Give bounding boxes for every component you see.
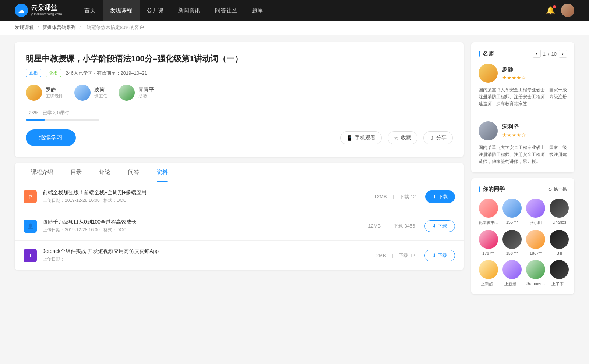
tab-materials[interactable]: 资料 [148,163,177,182]
course-card: 明星中教授课，小学阶段语法100分–强化级第1讲动词（一） 直播 录播 246人… [15,42,464,157]
tabs-card: 课程介绍 目录 评论 问答 资料 P 前端全栈加强版！前端全栈+全周期+多端应用… [15,163,464,270]
refresh-button[interactable]: ↻ 换一换 [548,186,567,192]
file-meta-2: 上传日期： [43,256,371,263]
classmates-card-header: 你的同学 ↻ 换一换 [479,186,567,193]
tab-reviews[interactable]: 评论 [91,163,119,182]
file-stats-0: 12MB | 下载 12 [372,193,418,200]
teachers-card-title: 名师 [479,50,494,57]
classmate-avatar-0 [479,199,498,218]
classmates-card: 你的同学 ↻ 换一换 化学教书... 1567** [471,178,574,294]
classmate-name-5: 1567** [506,251,518,256]
file-title-2: Jetpack全组件实战 开发短视频应用高仿皮皮虾App [43,248,371,255]
user-avatar[interactable] [561,4,574,17]
download-button-2[interactable]: ⬇ 下载 [424,250,455,261]
teacher-2: 青青平 助教 [119,85,154,101]
tabs-header: 课程介绍 目录 评论 问答 资料 [15,163,464,182]
teacher-avatar-2 [119,85,135,101]
progress-bar-fill [26,119,45,121]
page-total: 10 [551,51,557,57]
continue-button[interactable]: 继续学习 [26,129,76,146]
breadcrumb-link-discover[interactable]: 发现课程 [15,25,34,30]
download-button-1[interactable]: ⬇ 下载 [424,220,455,232]
file-info-1: 跟随千万级项目从0到100全过程高效成长 上传日期：2019-12-28 16:… [43,219,366,233]
logo[interactable]: ☁ 云朵课堂 yunduoketang.com [15,4,62,17]
main-container: 明星中教授课，小学阶段语法100分–强化级第1讲动词（一） 直播 录播 246人… [0,35,589,307]
classmate-9[interactable]: 上新超... [502,260,522,287]
breadcrumb-sep-2: / [79,25,82,30]
teacher-avatar-1 [74,85,91,101]
file-stats-2: 12MB | 下载 12 [371,252,417,259]
teacher-stars-0: ★★★★☆ [502,75,526,81]
breadcrumb-link-series[interactable]: 新媒体营销系列 [42,25,76,30]
left-panel: 明星中教授课，小学阶段语法100分–强化级第1讲动词（一） 直播 录播 246人… [15,42,464,300]
logo-icon: ☁ [15,4,28,17]
file-title-0: 前端全栈加强版！前端全栈+全周期+多端应用 [43,189,372,196]
nav-qa[interactable]: 问答社区 [208,0,244,21]
teacher-name-0: 罗静 [46,86,63,93]
teacher-name-2: 青青平 [138,86,154,93]
notification-bell[interactable]: 🔔 [546,6,555,15]
teacher-card-avatar-0 [479,64,498,83]
nav-items: 首页 发现课程 公开课 新闻资讯 问答社区 题库 ··· [77,0,546,21]
teacher-card-details-0: 罗静 ★★★★☆ [502,66,526,81]
teacher-avatar-0 [26,85,42,101]
notification-dot [553,5,556,8]
nav-right: 🔔 [546,4,574,17]
badge-live: 直播 [26,69,41,77]
classmate-7[interactable]: Bill [550,230,569,256]
share-icon: ⇧ [430,135,434,141]
classmate-name-10: Summer... [526,281,545,286]
classmate-5[interactable]: 1567** [502,230,522,256]
teachers-card: 名师 ‹ 1 / 10 › 罗静 ★★★★☆ [471,42,574,172]
course-actions: 继续学习 📱 手机观看 ☆ 收藏 ⇧ 分享 [26,129,453,146]
classmate-11[interactable]: 上了下... [550,260,569,287]
classmate-3[interactable]: Charles [550,199,569,225]
tab-qa[interactable]: 问答 [119,163,148,182]
share-button[interactable]: ⇧ 分享 [423,131,453,144]
nav-home[interactable]: 首页 [77,0,103,21]
teacher-divider [479,115,567,115]
file-meta-0: 上传日期：2019-12-28 16:00 格式：DOC [43,197,372,204]
nav-discover[interactable]: 发现课程 [103,0,140,21]
progress-section: 26% 已学习0课时 [26,110,453,121]
mobile-watch-button[interactable]: 📱 手机观看 [340,131,382,144]
classmate-10[interactable]: Summer... [526,260,545,287]
classmate-name-1: 1567** [506,220,518,224]
nav-news[interactable]: 新闻资讯 [171,0,208,21]
download-button-0[interactable]: ⬇ 下载 [425,190,455,203]
page-prev-button[interactable]: ‹ [533,50,541,58]
teacher-card-name-0: 罗静 [502,66,526,73]
tab-intro[interactable]: 课程介绍 [22,163,62,182]
file-info-0: 前端全栈加强版！前端全栈+全周期+多端应用 上传日期：2019-12-28 16… [43,189,372,204]
teacher-card-desc-1: 国内某重点大学安全工程专业硕士，国家一级注册消防工程师、注册安全工程师、级注册建… [479,144,567,165]
file-icon-0: P [24,190,37,203]
teacher-card-0: 罗静 ★★★★☆ 国内某重点大学安全工程专业硕士，国家一级注册消防工程师、注册安… [479,64,567,108]
star-icon: ☆ [394,135,399,141]
classmate-avatar-1 [502,199,522,218]
teacher-card-top-0: 罗静 ★★★★☆ [479,64,567,83]
classmate-6[interactable]: 1867** [526,230,545,256]
breadcrumb-current: 销冠修炼术搞定80%的客户 [87,25,144,30]
page-next-button[interactable]: › [559,50,567,58]
classmate-1[interactable]: 1567** [502,199,522,225]
nav-more[interactable]: ··· [270,0,290,21]
classmate-8[interactable]: 上新超... [479,260,498,287]
nav-exam[interactable]: 题库 [244,0,270,21]
refresh-icon: ↻ [548,186,552,192]
nav-open[interactable]: 公开课 [140,0,171,21]
teacher-stars-1: ★★★★☆ [502,132,526,138]
file-item-1: 👤 跟随千万级项目从0到100全过程高效成长 上传日期：2019-12-28 1… [15,211,464,241]
classmate-4[interactable]: 1767** [479,230,498,256]
tabs-content: P 前端全栈加强版！前端全栈+全周期+多端应用 上传日期：2019-12-28 … [15,182,464,270]
favorite-button[interactable]: ☆ 收藏 [388,131,417,144]
classmate-avatar-10 [526,260,545,279]
teachers-list: 罗静 主讲老师 凌荷 班主任 [26,85,453,101]
teacher-info-0: 罗静 主讲老师 [46,86,63,99]
classmate-0[interactable]: 化学教书... [479,199,498,225]
classmate-name-4: 1767** [482,251,494,256]
classmate-name-8: 上新超... [481,281,496,287]
classmate-2[interactable]: 张小田 [526,199,545,225]
classmate-avatar-3 [550,199,569,218]
page-current: 1 [543,51,546,57]
tab-contents[interactable]: 目录 [62,163,91,182]
